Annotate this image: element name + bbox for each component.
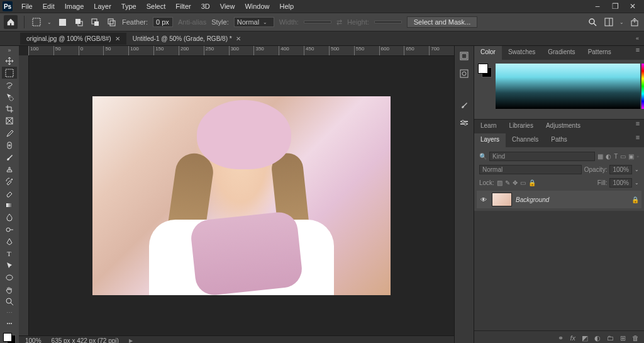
pen-tool[interactable] [2,235,17,247]
panel-collapse-chevron-icon[interactable]: « [636,35,644,42]
brush-settings-panel-icon[interactable] [459,118,469,128]
menu-filter[interactable]: Filter [170,1,196,11]
workspace-switcher-icon[interactable] [603,16,614,28]
history-brush-tool[interactable] [2,175,17,187]
fill-input[interactable]: 100% [609,178,632,188]
tab-paths[interactable]: Paths [545,133,574,147]
document-tab[interactable]: original.jpg @ 100% (RGB/8#) ✕ [20,33,126,45]
rectangular-marquee-tool[interactable] [2,67,17,79]
feather-input[interactable]: 0 px [153,17,173,27]
filter-toggle-icon[interactable]: ◦ [636,153,639,160]
share-icon[interactable] [629,16,640,28]
toolbar-more-icon[interactable]: ⋯ [6,309,13,316]
new-layer-icon[interactable]: ⊞ [620,334,626,342]
link-layers-icon[interactable]: ⚭ [558,334,564,342]
menu-layer[interactable]: Layer [89,1,116,11]
zoom-level[interactable]: 100% [25,337,42,344]
lasso-tool[interactable] [2,79,17,91]
zoom-tool[interactable] [2,296,17,308]
document-canvas[interactable] [92,96,391,295]
filter-shape-icon[interactable]: ▭ [620,153,626,160]
menu-help[interactable]: Help [275,1,299,11]
type-tool[interactable]: T [2,247,17,259]
foreground-color-swatch[interactable] [3,333,12,342]
hand-tool[interactable] [2,284,17,296]
menu-select[interactable]: Select [142,1,171,11]
brush-tool[interactable] [2,151,17,163]
tab-channels[interactable]: Channels [506,133,545,147]
brushes-panel-icon[interactable] [459,100,469,110]
tool-preset-chevron-icon[interactable]: ⌄ [47,20,52,25]
eyedropper-tool[interactable] [2,127,17,139]
selection-add-icon[interactable] [73,16,84,28]
layer-thumbnail[interactable] [492,193,512,206]
blur-tool[interactable] [2,211,17,223]
tab-swatches[interactable]: Swatches [502,46,541,60]
edit-toolbar-icon[interactable] [2,317,17,329]
document-tab[interactable]: Untitled-1 @ 50% (Grade, RGB/8) * ✕ [126,33,247,45]
tab-close-icon[interactable]: ✕ [236,35,241,42]
tab-patterns[interactable]: Patterns [582,46,618,60]
select-and-mask-button[interactable]: Select and Mask... [407,16,478,28]
lock-all-icon[interactable]: 🔒 [528,179,536,186]
selection-new-icon[interactable] [57,16,68,28]
tab-layers[interactable]: Layers [474,133,506,147]
spot-healing-brush-tool[interactable] [2,139,17,151]
marquee-tool-preset-icon[interactable] [31,16,42,28]
tab-adjustments[interactable]: Adjustments [540,120,587,133]
eraser-tool[interactable] [2,188,17,200]
filter-type-icon[interactable]: T [614,153,618,160]
menu-window[interactable]: Window [240,1,274,11]
home-button[interactable] [4,15,18,29]
frame-tool[interactable] [2,115,17,127]
layer-style-icon[interactable]: fx [570,334,575,342]
properties-panel-icon[interactable] [459,69,469,79]
gradient-tool[interactable] [2,200,17,211]
layer-visibility-icon[interactable]: 👁 [479,196,488,203]
menu-view[interactable]: View [215,1,240,11]
filter-adjustment-icon[interactable]: ◐ [606,153,611,160]
menu-3d[interactable]: 3D [196,1,215,11]
color-swatch-pair[interactable] [478,64,492,77]
tab-learn[interactable]: Learn [474,120,503,133]
quick-selection-tool[interactable] [2,91,17,103]
foreground-background-swatch[interactable] [2,332,17,343]
move-tool[interactable] [2,55,17,67]
layer-filter-kind[interactable]: Kind [489,152,595,161]
layer-name[interactable]: Background [516,196,549,203]
tab-libraries[interactable]: Libraries [503,120,540,133]
layer-group-icon[interactable]: 🗀 [607,334,614,342]
clone-stamp-tool[interactable] [2,163,17,175]
lock-artboard-icon[interactable]: ▭ [520,179,526,186]
selection-intersect-icon[interactable] [106,16,117,28]
window-minimize-icon[interactable]: – [589,2,606,11]
status-info-chevron-icon[interactable]: ▶ [129,338,133,344]
toolbar-expand-chevron-icon[interactable]: » [8,47,11,53]
tab-gradients[interactable]: Gradients [541,46,581,60]
window-restore-icon[interactable]: ❐ [606,2,624,11]
color-picker-cube[interactable] [496,64,640,109]
delete-layer-icon[interactable]: 🗑 [632,334,639,342]
rectangle-shape-tool[interactable] [2,272,17,284]
opacity-input[interactable]: 100% [609,165,632,174]
hue-slider[interactable] [641,64,644,109]
dodge-tool[interactable] [2,223,17,235]
lock-position-icon[interactable]: ✥ [513,179,518,186]
lock-transparency-icon[interactable]: ▨ [497,179,502,186]
menu-file[interactable]: File [16,1,38,11]
panel-menu-icon[interactable]: ≡ [631,120,644,133]
layer-row[interactable]: 👁 Background 🔒 [477,191,641,208]
selection-subtract-icon[interactable] [89,16,101,28]
vertical-ruler[interactable] [19,55,29,336]
menu-type[interactable]: Type [116,1,142,11]
filter-smart-icon[interactable]: ▣ [628,153,634,160]
history-panel-icon[interactable] [459,51,469,61]
panel-menu-icon[interactable]: ≡ [631,46,644,60]
layer-mask-icon[interactable]: ◩ [582,334,588,342]
filter-pixel-icon[interactable]: ▦ [597,153,603,160]
panel-menu-icon[interactable]: ≡ [631,133,644,147]
blend-mode-select[interactable]: Normal [479,165,582,174]
tab-close-icon[interactable]: ✕ [115,35,120,42]
horizontal-ruler[interactable]: 1005005010015020025030035040045050055060… [28,46,454,56]
menu-image[interactable]: Image [60,1,89,11]
